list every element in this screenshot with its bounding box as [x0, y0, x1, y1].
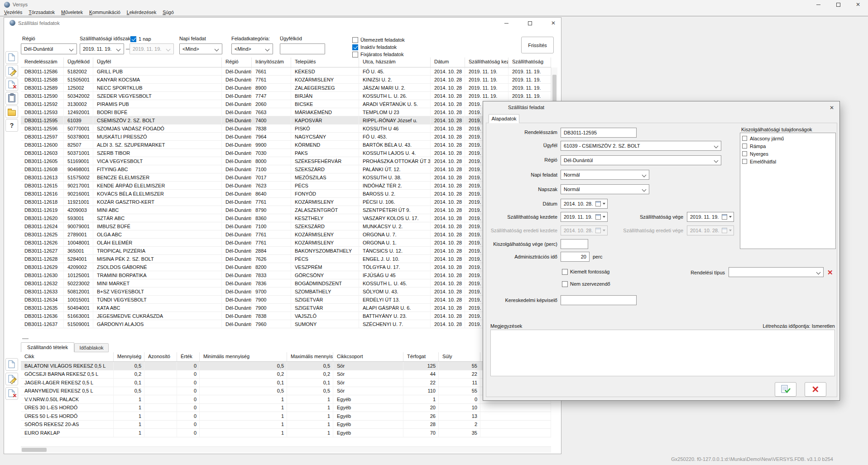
- close-button[interactable]: ✕: [848, 0, 868, 9]
- daily-task-filter-select[interactable]: <Mind>: [179, 43, 222, 54]
- column-header[interactable]: Minimális mennyiség: [200, 352, 287, 361]
- menu-item[interactable]: Súgó: [159, 9, 177, 16]
- service-end-input[interactable]: [561, 239, 588, 249]
- column-header[interactable]: Érték: [177, 352, 200, 361]
- column-header[interactable]: Dátum: [431, 58, 465, 67]
- table-row[interactable]: DB3011-1262610048001OLÁH ELEMÉRDél-Dunán…: [21, 239, 551, 247]
- table-row[interactable]: DB3011-1259050342002SZEDER VEGYESBOLTDél…: [21, 92, 551, 100]
- table-row[interactable]: DB3011-1263550494001KATA ABCDél-Dunántúl…: [21, 304, 551, 312]
- ship-end-picker[interactable]: 2019. 11. 19.: [687, 212, 734, 222]
- table-row[interactable]: SÖRÖS REKESZ 20-AS1011Egyéb282: [21, 421, 551, 429]
- table-row[interactable]: DB3011-12627365001TROPICAL PIZZÉRIADél-D…: [21, 247, 551, 255]
- copy-order-button[interactable]: [5, 92, 18, 105]
- table-row[interactable]: EURO RAKLAP1011Egyéb7035: [21, 429, 551, 437]
- column-header[interactable]: Cikkcsoport: [333, 352, 403, 361]
- new-item-button[interactable]: [5, 358, 18, 371]
- clear-order-type-button[interactable]: ✕: [827, 269, 833, 276]
- refresh-button[interactable]: Frissítés: [521, 37, 554, 53]
- no-schedule-checkbox[interactable]: Nem szervezendő: [562, 281, 610, 287]
- table-row[interactable]: DB3011-12620593001SZTÁR ABCDél-Dunántúl8…: [21, 214, 551, 222]
- table-row[interactable]: DB3011-12589125002NECC SPORTKLUBDél-Duná…: [21, 84, 551, 92]
- order-no-input[interactable]: DB3011-12595: [561, 128, 637, 138]
- column-header[interactable]: Település: [291, 58, 359, 67]
- table-row[interactable]: DB3011-1260890498001FITYING ABCDél-Dunán…: [21, 165, 551, 173]
- column-header[interactable]: Irányítószám: [252, 58, 291, 67]
- help-button[interactable]: ?: [5, 119, 18, 132]
- column-header[interactable]: Utca, házszám: [359, 58, 431, 67]
- tab-items[interactable]: Szállítandó tételek: [21, 342, 74, 352]
- daypart-select[interactable]: Normál: [561, 184, 649, 194]
- table-row[interactable]: DB3011-126294209002ZSOLDOS GÁBORNÉDél-Du…: [21, 263, 551, 271]
- scrollbar-thumb[interactable]: [22, 448, 47, 452]
- sales-rep-input[interactable]: [561, 295, 637, 305]
- column-header[interactable]: Rendelésszám: [21, 58, 64, 67]
- column-header[interactable]: Azonosító: [144, 352, 177, 361]
- table-row[interactable]: V.V.NRW.0.50L PALACK1011Egyéb10: [21, 395, 551, 404]
- table-row[interactable]: DB3011-1260350371001SZERB TIBORDél-Dunán…: [21, 149, 551, 157]
- cancel-button[interactable]: ✕: [805, 382, 826, 397]
- table-row[interactable]: DB3011-1261811921001KOZÁR GASZTRO-KERTDé…: [21, 198, 551, 206]
- save-button[interactable]: [775, 382, 796, 397]
- table-row[interactable]: JAGER-LAGER REKESZ 0,5 L0,100,10,1Sör221…: [21, 379, 551, 387]
- child-minimize-button[interactable]: [499, 19, 514, 27]
- table-row[interactable]: DB3011-1259561039CSEMISZÖV 2. SZ. BOLTDé…: [21, 116, 551, 125]
- table-row[interactable]: DB3011-1263250223002MINI MARKETDél-Dunán…: [21, 279, 551, 288]
- property-item[interactable]: Nyerges: [740, 150, 835, 158]
- property-item[interactable]: Emelőhátfal: [740, 158, 835, 165]
- dialog-close-button[interactable]: ✕: [830, 104, 834, 111]
- table-row[interactable]: GÖCSEJI BARNA REKESZ 0,5 L0,200,20,2Sör4…: [21, 370, 551, 379]
- column-header[interactable]: Szállíthatóság kezdete: [465, 58, 508, 67]
- delete-order-button[interactable]: ✕: [5, 78, 18, 91]
- tab-basic-data[interactable]: Alapadatok: [489, 114, 519, 123]
- column-header[interactable]: Térfogat: [403, 352, 439, 361]
- region-select[interactable]: Dél-Dunántúl: [561, 155, 721, 165]
- table-row[interactable]: DB3011-1263410015001TÜNDI VEGYESBOLTDél-…: [21, 296, 551, 304]
- menu-item[interactable]: Kommunikáció: [86, 9, 124, 16]
- date-from-picker[interactable]: 2019. 11. 19.: [80, 43, 124, 54]
- daily-task-select[interactable]: Normál: [561, 170, 649, 180]
- table-row[interactable]: DB3011-1258851505001KANYAR KOCSMADél-Dun…: [21, 76, 551, 84]
- table-row[interactable]: DB3011-1263751509001GÁRDONYI ALAJOSDél-D…: [21, 320, 551, 328]
- child-maximize-button[interactable]: [522, 19, 537, 27]
- admin-time-input[interactable]: 20: [561, 252, 590, 262]
- edit-order-button[interactable]: [5, 65, 18, 77]
- table-row[interactable]: DB3011-1260551169001VICA VEGYESBOLTDél-D…: [21, 157, 551, 165]
- table-row[interactable]: DB3011-1260082507ALDI 3. SZ. SZUPERMARKE…: [21, 141, 551, 149]
- region-filter-select[interactable]: Dél-Dunántúl: [21, 43, 77, 54]
- customer-select[interactable]: 61039 - CSEMISZÖV 2. SZ. BOLT: [561, 141, 721, 151]
- column-header[interactable]: Szállíthatóság: [508, 58, 551, 67]
- column-header[interactable]: Ügyfél: [93, 58, 222, 67]
- table-row[interactable]: DB3011-1261351575002BENCZE ÉLELMISZERDél…: [21, 173, 551, 182]
- one-day-checkbox[interactable]: 1 nap: [130, 36, 151, 42]
- date-picker[interactable]: 2014. 10. 28.: [561, 199, 608, 209]
- maximize-button[interactable]: [828, 0, 848, 9]
- child-close-button[interactable]: ✕: [546, 19, 561, 27]
- table-row[interactable]: DB3011-1261590217001KENDE ÁRPÁD ÉLELMISZ…: [21, 182, 551, 190]
- column-header[interactable]: Régió: [222, 58, 252, 67]
- column-header[interactable]: Ügyfélkód: [64, 58, 93, 67]
- table-row[interactable]: ÜRES 30 L-ES HORDÓ1011Egyéb2010: [21, 404, 551, 412]
- menu-item[interactable]: Lekérdezések: [124, 9, 159, 16]
- delete-item-button[interactable]: ✕: [5, 387, 18, 400]
- edit-item-button[interactable]: [5, 373, 18, 385]
- tab-time-windows[interactable]: Időablakok: [74, 343, 109, 352]
- table-row[interactable]: ÜRES 50 L-ES HORDÓ1011Egyéb2613: [21, 412, 551, 421]
- menu-item[interactable]: Vezérlés: [1, 9, 25, 16]
- table-row[interactable]: DB3011-1259650770001SZOMJAS VADÁSZ FOGAD…: [21, 125, 551, 133]
- customer-code-input[interactable]: [280, 43, 325, 54]
- table-row[interactable]: DB3011-1259312492001BODRI BÜFÉDél-Dunánt…: [21, 108, 551, 116]
- property-item[interactable]: Alacsony jármű: [740, 134, 835, 142]
- priority-checkbox[interactable]: Kiemelt fontosság: [562, 268, 609, 275]
- scheduled-tasks-checkbox[interactable]: Ütemezett feladatok: [352, 37, 405, 43]
- table-row[interactable]: DB3011-1263651663001JEGESMEDVE CUKRÁSZDA…: [21, 312, 551, 320]
- table-row[interactable]: DB3011-1262490079001IMBUSZ BÜFÉDél-Dunán…: [21, 222, 551, 230]
- category-filter-select[interactable]: <Mind>: [231, 43, 273, 54]
- notes-textarea[interactable]: [490, 330, 835, 376]
- table-row[interactable]: DB3011-126285284001MISINA PÉK 2. SZ. BOL…: [21, 255, 551, 263]
- splitter-grip[interactable]: [22, 338, 29, 339]
- menu-item[interactable]: Törzsadatok: [25, 9, 58, 16]
- table-row[interactable]: DB3011-1261690216001KOVÁCS BÉLA ÉLELMISZ…: [21, 190, 551, 198]
- table-row[interactable]: BALATONI VILÁGOS REKESZ 0,5 L0,500,50,5S…: [21, 362, 551, 370]
- table-row[interactable]: DB3011-1259750378001MUSKÁTLI PRESSZÓDél-…: [21, 133, 551, 141]
- column-header[interactable]: Mennyiség: [114, 352, 144, 361]
